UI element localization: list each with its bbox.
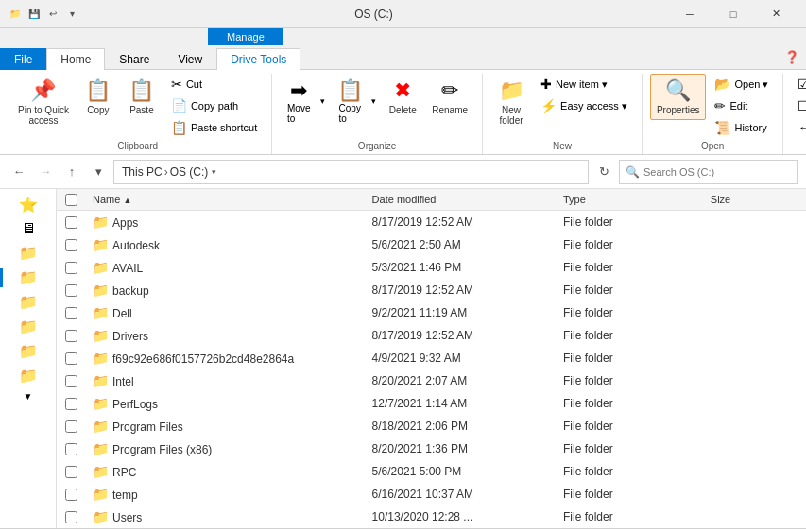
sort-name-icon: ▲: [123, 196, 131, 205]
sidebar-item-thispc[interactable]: 🖥: [0, 217, 56, 240]
address-part-osc[interactable]: OS (C:): [170, 165, 209, 179]
copy-to-arrow[interactable]: ▾: [369, 74, 380, 129]
new-item-button[interactable]: ✚ New item ▾: [534, 74, 634, 94]
search-bar[interactable]: 🔍: [619, 160, 798, 184]
table-row[interactable]: 📁f69c92e686f0157726b2cd48e2864a 4/9/2021…: [57, 347, 806, 369]
col-header-type[interactable]: Type: [556, 191, 703, 208]
move-to-button[interactable]: ➡ Moveto ▾: [280, 74, 329, 129]
pin-to-quick-access-button[interactable]: 📌 Pin to Quickaccess: [11, 74, 76, 130]
table-row[interactable]: 📁Autodesk 5/6/2021 2:50 AM File folder: [57, 233, 806, 256]
row-checkbox[interactable]: [57, 511, 85, 523]
table-row[interactable]: 📁backup 8/17/2019 12:52 AM File folder: [57, 279, 806, 301]
rename-button[interactable]: ✏ Rename: [425, 74, 474, 120]
delete-button[interactable]: ✖ Delete: [382, 74, 423, 120]
table-row[interactable]: 📁Drivers 8/17/2019 12:52 AM File folder: [57, 324, 806, 347]
back-button[interactable]: ←: [8, 161, 30, 183]
table-row[interactable]: 📁Program Files 8/18/2021 2:06 PM File fo…: [57, 415, 806, 438]
table-row[interactable]: 📁Program Files (x86) 8/20/2021 1:36 PM F…: [57, 438, 806, 460]
row-checkbox[interactable]: [57, 352, 85, 365]
copy-button[interactable]: 📋 Copy: [77, 74, 119, 120]
close-button[interactable]: ✕: [755, 0, 798, 28]
ribbon-help-button[interactable]: ❓: [778, 44, 806, 69]
copy-path-button[interactable]: 📄 Copy path: [164, 95, 264, 116]
address-part-thispc[interactable]: This PC: [122, 165, 163, 179]
row-checkbox[interactable]: [57, 262, 85, 274]
row-checkbox[interactable]: [57, 307, 85, 319]
minimize-button[interactable]: ─: [668, 0, 712, 28]
move-to-arrow[interactable]: ▾: [317, 74, 329, 129]
undo-icon-title[interactable]: ↩: [45, 7, 60, 22]
forward-button[interactable]: →: [34, 161, 57, 183]
properties-button[interactable]: 🔍 Properties: [650, 74, 707, 120]
refresh-button[interactable]: ↻: [592, 161, 615, 183]
row-checkbox[interactable]: [57, 443, 85, 455]
table-row[interactable]: 📁AVAIL 5/3/2021 1:46 PM File folder: [57, 256, 806, 279]
sidebar-item-quick-access[interactable]: ⭐: [0, 193, 56, 216]
tab-home[interactable]: Home: [46, 48, 105, 70]
sidebar-item-folder4[interactable]: 📁: [0, 315, 56, 338]
row-checkbox[interactable]: [57, 489, 85, 501]
sidebar-item-folder3[interactable]: 📁: [0, 290, 56, 314]
manage-context-bar: Manage: [0, 28, 806, 45]
quick-access-dropdown[interactable]: ▾: [64, 7, 79, 22]
col-header-name[interactable]: Name ▲: [85, 191, 365, 208]
invert-selection-button[interactable]: ↔ Invert selection: [791, 117, 806, 138]
row-checkbox[interactable]: [57, 398, 85, 410]
easy-access-button[interactable]: ⚡ Easy access ▾: [534, 95, 634, 116]
new-folder-button[interactable]: 📁 Newfolder: [490, 74, 532, 130]
folder1-icon: 📁: [19, 244, 38, 262]
header-checkbox[interactable]: [57, 194, 85, 206]
row-checkbox[interactable]: [57, 330, 85, 342]
table-row[interactable]: 📁Users 10/13/2020 12:28 ... File folder: [57, 506, 806, 528]
history-button[interactable]: 📜 History: [708, 117, 775, 138]
row-date: 8/20/2021 1:36 PM: [365, 439, 556, 458]
row-checkbox[interactable]: [57, 375, 85, 387]
paste-shortcut-button[interactable]: 📋 Paste shortcut: [164, 117, 264, 138]
sidebar-item-folder1[interactable]: 📁: [0, 241, 56, 265]
cut-button[interactable]: ✂ Cut: [164, 74, 264, 94]
row-checkbox[interactable]: [57, 216, 85, 229]
table-row[interactable]: 📁temp 6/16/2021 10:37 AM File folder: [57, 483, 806, 506]
sidebar-scroll-down[interactable]: ▼: [0, 388, 56, 404]
table-row[interactable]: 📁Apps 8/17/2019 12:52 AM File folder: [57, 211, 806, 233]
recent-locations-button[interactable]: ▾: [87, 161, 110, 183]
clipboard-col: ✂ Cut 📄 Copy path 📋 Paste shortcut: [164, 74, 264, 138]
save-icon-title[interactable]: 💾: [26, 7, 42, 22]
table-row[interactable]: 📁Intel 8/20/2021 2:07 AM File folder: [57, 369, 806, 392]
row-checkbox[interactable]: [57, 284, 85, 297]
select-label: Select: [791, 139, 806, 154]
row-checkbox[interactable]: [57, 420, 85, 433]
title-bar: 📁 💾 ↩ ▾ OS (C:) ─ □ ✕: [0, 0, 806, 28]
table-row[interactable]: 📁RPC 5/6/2021 5:00 PM File folder: [57, 460, 806, 483]
col-header-size[interactable]: Size: [703, 191, 806, 208]
quick-access-icon: ⭐: [19, 196, 38, 214]
row-checkbox[interactable]: [57, 239, 85, 251]
tab-view[interactable]: View: [163, 48, 216, 70]
new-col: ✚ New item ▾ ⚡ Easy access ▾: [534, 74, 634, 116]
table-row[interactable]: 📁PerfLogs 12/7/2021 1:14 AM File folder: [57, 392, 806, 415]
tab-file[interactable]: File: [0, 48, 46, 70]
search-input[interactable]: [643, 166, 792, 178]
row-date: 8/18/2021 2:06 PM: [365, 417, 556, 436]
edit-button[interactable]: ✏ Edit: [708, 95, 775, 116]
tab-drive-tools[interactable]: Drive Tools: [216, 48, 300, 70]
tab-share[interactable]: Share: [105, 48, 163, 70]
select-all-button[interactable]: ☑ Select all: [791, 74, 806, 94]
paste-button[interactable]: 📋 Paste: [121, 74, 163, 120]
up-button[interactable]: ↑: [60, 161, 83, 183]
address-dropdown-icon[interactable]: ▾: [212, 167, 216, 177]
maximize-button[interactable]: □: [712, 0, 755, 28]
table-row[interactable]: 📁Dell 9/2/2021 11:19 AM File folder: [57, 301, 806, 324]
row-checkbox[interactable]: [57, 466, 85, 478]
address-bar[interactable]: This PC › OS (C:) ▾: [113, 160, 589, 184]
open-button[interactable]: 📂 Open ▾: [708, 74, 775, 94]
sidebar-item-folder2[interactable]: 📁: [0, 266, 56, 289]
file-list: Name ▲ Date modified Type Size 📁Apps 8/1…: [57, 189, 806, 528]
select-none-button[interactable]: ☐ Select none: [791, 95, 806, 116]
select-all-checkbox[interactable]: [65, 194, 77, 206]
row-date: 4/9/2021 9:32 AM: [365, 349, 556, 368]
sidebar-item-folder5[interactable]: 📁: [0, 339, 56, 363]
sidebar-item-folder6[interactable]: 📁: [0, 364, 56, 387]
copy-to-button[interactable]: 📋 Copyto ▾: [331, 74, 380, 129]
col-header-date[interactable]: Date modified: [365, 191, 556, 208]
